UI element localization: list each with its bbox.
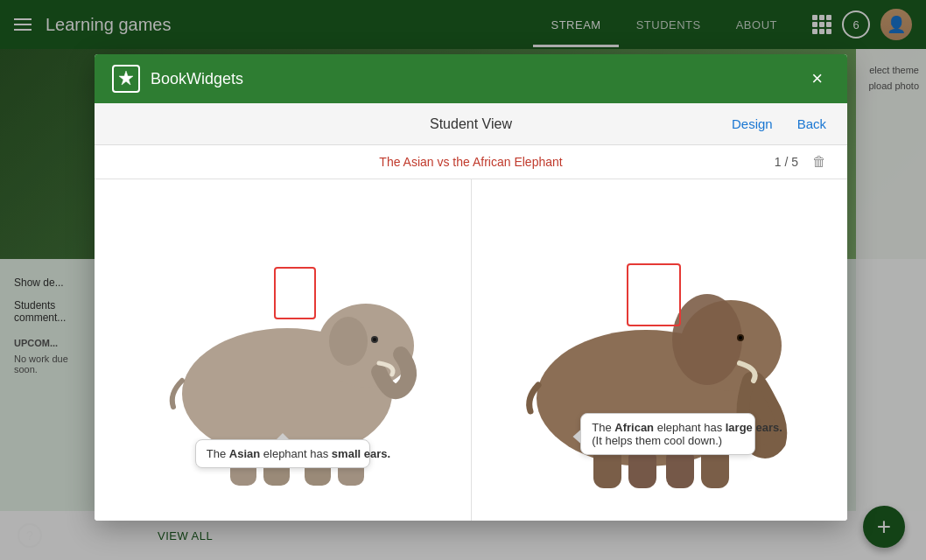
asian-elephant-ear-highlight (274, 267, 316, 319)
modal-subheader: Student View Design Back (95, 103, 847, 145)
bookwidgets-logo (112, 65, 140, 93)
svg-point-3 (329, 317, 368, 366)
modal-close-button[interactable]: × (804, 64, 830, 94)
design-link[interactable]: Design (732, 116, 773, 131)
modal-header: BookWidgets × (95, 54, 847, 103)
bookwidgets-modal: BookWidgets × Student View Design Back T… (95, 54, 847, 521)
comparison-area: The Asian elephant has small ears. (95, 179, 847, 521)
african-elephant-callout: The African elephant has large ears. (It… (580, 413, 755, 455)
quiz-header: The Asian vs the African Elephant 1 / 5 … (95, 145, 847, 179)
quiz-counter: 1 / 5 (775, 155, 798, 169)
quiz-title: The Asian vs the African Elephant (353, 155, 590, 169)
svg-marker-0 (119, 71, 133, 85)
asian-elephant-callout: The Asian elephant has small ears. (195, 439, 370, 468)
modal-title: BookWidgets (151, 70, 804, 88)
back-link[interactable]: Back (797, 116, 826, 131)
svg-point-18 (739, 336, 742, 340)
right-panel: The African elephant has large ears. (It… (472, 179, 848, 521)
african-elephant-ear-highlight (627, 263, 681, 326)
student-view-label: Student View (353, 116, 590, 132)
left-panel: The Asian elephant has small ears. (95, 179, 472, 521)
trash-icon[interactable]: 🗑 (812, 154, 826, 170)
svg-point-12 (672, 294, 742, 385)
svg-point-9 (373, 338, 376, 341)
modal-content: The Asian vs the African Elephant 1 / 5 … (95, 145, 847, 521)
